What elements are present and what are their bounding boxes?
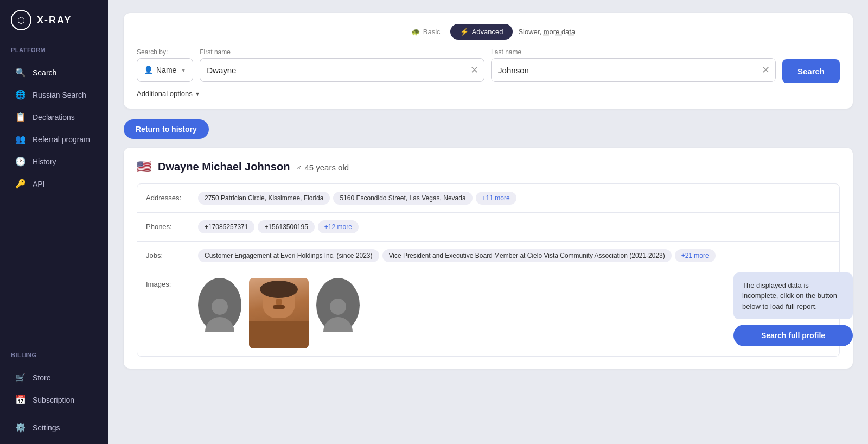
sidebar-item-russian-search[interactable]: 🌐 Russian Search [4,84,104,105]
images-label: Images: [146,278,189,288]
last-name-label: Last name [491,48,776,56]
search-by-value: Name [156,66,176,74]
billing-section-label: Billing [0,344,108,361]
job-tag-1: Customer Engagement at Everi Holdings In… [198,249,379,262]
logo-icon: ⬡ [11,10,31,30]
store-icon: 🛒 [15,372,26,383]
address-tag-2: 5160 Escondido Street, Las Vegas, Nevada [333,192,472,205]
advanced-mode-label: Advanced [472,28,503,36]
search-row: Search by: 👤 Name ▼ First name ✕ Last na… [137,48,840,83]
history-icon: 🕐 [15,156,26,167]
phones-values: +17085257371 +15613500195 +12 more [198,220,831,233]
advanced-mode-icon: ⚡ [460,28,469,36]
sidebar-divider-platform [11,59,98,59]
sidebar-item-search-label: Search [33,68,56,77]
additional-options-label: Additional options [137,90,193,98]
last-name-wrap: Last name ✕ [491,48,776,82]
last-name-input-wrap: ✕ [491,58,776,82]
gender-age: ♂ 45 years old [296,163,349,172]
sidebar-item-declarations[interactable]: 📋 Declarations [4,106,104,128]
basic-mode-label: Basic [423,28,441,36]
jobs-label: Jobs: [146,249,189,259]
search-button[interactable]: Search [782,59,840,83]
avatar-head-2 [330,299,346,315]
tooltip-text: The displayed data is incomplete, click … [733,272,853,320]
phones-row: Phones: +17085257371 +15613500195 +12 mo… [137,213,839,242]
sidebar-item-subscription-label: Subscription [33,396,74,404]
avatar-body-2 [323,317,353,332]
return-to-history-btn[interactable]: Return to history [124,119,209,139]
platform-section-label: Platform [0,39,108,56]
advanced-mode-btn[interactable]: ⚡ Advanced [450,24,513,40]
photo-placeholder [249,278,309,348]
sidebar-item-store-label: Store [33,373,50,382]
api-icon: 🔑 [15,179,26,189]
first-name-input[interactable] [200,66,465,75]
sidebar-item-history-label: History [33,157,56,166]
search-by-wrap: Search by: 👤 Name ▼ [137,48,193,82]
search-by-chevron: ▼ [181,67,186,73]
avatar-placeholder-1 [198,278,241,332]
declarations-icon: 📋 [15,112,26,122]
search-full-profile-btn[interactable]: Search full profile [733,325,853,346]
sidebar-divider-billing [11,364,98,364]
basic-mode-btn[interactable]: 🐢 Basic [401,24,450,40]
address-tag-1: 2750 Patrician Circle, Kissimmee, Florid… [198,192,330,205]
sidebar-item-api-label: API [33,180,45,188]
sidebar-item-api[interactable]: 🔑 API [4,173,104,194]
last-name-input[interactable] [492,66,756,75]
sidebar-item-settings-label: Settings [33,423,60,432]
images-values [198,278,360,348]
phones-label: Phones: [146,220,189,231]
search-full-tooltip-wrap: The displayed data is incomplete, click … [733,272,853,347]
avatar-placeholder-2 [316,278,360,332]
first-name-label: First name [200,48,484,56]
addresses-row: Addresses: 2750 Patrician Circle, Kissim… [137,184,839,213]
sidebar-item-subscription[interactable]: 📅 Subscription [4,389,104,410]
first-name-clear-btn[interactable]: ✕ [465,64,484,76]
additional-options[interactable]: Additional options ▾ [137,90,840,98]
sidebar-item-russian-search-label: Russian Search [33,91,86,99]
job-more-tag[interactable]: +21 more [675,249,716,262]
sidebar-item-store[interactable]: 🛒 Store [4,367,104,388]
additional-options-chevron: ▾ [196,90,199,98]
first-name-wrap: First name ✕ [200,48,484,82]
mode-toggle: 🐢 Basic ⚡ Advanced Slower, more data [137,24,840,40]
sidebar-item-search[interactable]: 🔍 Search [4,62,104,83]
phone-tag-1: +17085257371 [198,220,254,233]
more-data-link[interactable]: more data [544,28,576,36]
last-name-clear-btn[interactable]: ✕ [756,64,775,76]
logo-area: ⬡ X-RAY [0,0,108,39]
sidebar: ⬡ X-RAY Platform 🔍 Search 🌐 Russian Sear… [0,0,108,444]
country-flag: 🇺🇸 [137,160,151,174]
phone-tag-2: +15613500195 [258,220,314,233]
phone-more-tag[interactable]: +12 more [318,220,359,233]
logo-text: X-RAY [37,15,72,26]
avatar-body-1 [205,317,234,332]
jobs-values: Customer Engagement at Everi Holdings In… [198,249,831,262]
main-content: 🐢 Basic ⚡ Advanced Slower, more data Sea… [108,0,868,444]
addresses-values: 2750 Patrician Circle, Kissimmee, Florid… [198,192,831,205]
sidebar-item-referral[interactable]: 👥 Referral program [4,129,104,150]
settings-icon: ⚙️ [15,422,26,433]
job-tag-2: Vice President and Executive Board Membe… [382,249,672,262]
search-card: 🐢 Basic ⚡ Advanced Slower, more data Sea… [124,13,853,109]
sidebar-item-settings[interactable]: ⚙️ Settings [4,417,104,438]
results-area: Return to history 🇺🇸 Dwayne Michael John… [124,119,853,369]
address-more-tag[interactable]: +11 more [476,192,516,205]
first-name-input-wrap: ✕ [200,58,484,82]
globe-icon: 🌐 [15,90,26,100]
subscription-icon: 📅 [15,395,26,405]
addresses-label: Addresses: [146,192,189,202]
search-by-label: Search by: [137,48,193,56]
person-name: Dwayne Michael Johnson ♂ 45 years old [158,161,349,173]
search-icon: 🔍 [15,67,26,78]
result-header: 🇺🇸 Dwayne Michael Johnson ♂ 45 years old [137,160,840,174]
jobs-row: Jobs: Customer Engagement at Everi Holdi… [137,242,839,270]
sidebar-item-history[interactable]: 🕐 History [4,151,104,172]
person-icon: 👤 [144,66,153,74]
referral-icon: 👥 [15,134,26,144]
slower-text: Slower, more data [518,28,575,36]
search-by-button[interactable]: 👤 Name ▼ [137,58,193,82]
sidebar-item-referral-label: Referral program [33,135,90,144]
